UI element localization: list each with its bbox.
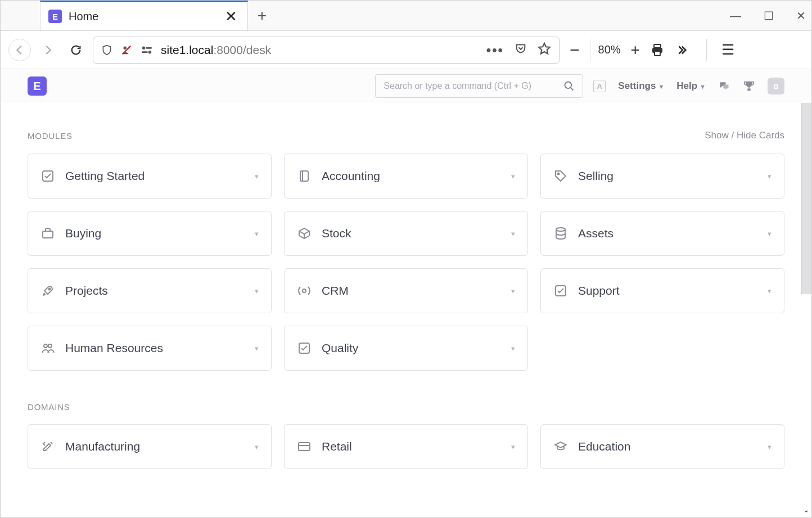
svg-point-8 <box>565 82 572 89</box>
module-card-human-resources[interactable]: Human Resources▾ <box>28 326 272 371</box>
scrollbar[interactable] <box>801 103 811 294</box>
chevron-down-icon[interactable]: ▾ <box>511 443 515 451</box>
app-logo[interactable]: E <box>28 76 47 96</box>
module-card-crm[interactable]: CRM▾ <box>284 268 528 313</box>
check-square-icon <box>40 169 55 183</box>
settings-toggle-icon[interactable] <box>141 45 153 55</box>
domain-card-retail[interactable]: Retail▾ <box>284 424 528 469</box>
minimize-icon[interactable]: — <box>730 10 741 22</box>
overflow-icon[interactable] <box>675 44 688 56</box>
domain-card-education[interactable]: Education▾ <box>540 424 784 469</box>
chevron-down-icon[interactable]: ▾ <box>511 172 515 181</box>
svg-point-16 <box>49 289 51 290</box>
forward-button[interactable] <box>37 39 59 61</box>
search-icon[interactable] <box>563 80 575 92</box>
svg-point-19 <box>44 344 47 348</box>
back-button[interactable] <box>8 39 31 61</box>
star-icon[interactable] <box>538 42 551 58</box>
search-input[interactable] <box>384 81 559 91</box>
app-header: E A Settings▼ Help▼ 0 <box>1 69 811 103</box>
module-card-selling[interactable]: Selling▾ <box>540 154 784 199</box>
chevron-down-icon[interactable]: ▾ <box>768 172 772 181</box>
svg-point-13 <box>558 173 560 175</box>
maximize-icon[interactable]: ☐ <box>764 9 774 22</box>
card-label: Manufacturing <box>65 440 140 453</box>
chevron-down-icon[interactable]: ▾ <box>511 229 515 238</box>
tab-title: Home <box>69 10 98 23</box>
svg-rect-5 <box>654 44 661 48</box>
card-label: Buying <box>65 227 101 240</box>
browser-tab-home[interactable]: E Home ✕ <box>40 1 248 30</box>
chevron-down-icon[interactable]: ▾ <box>768 229 772 238</box>
check-square-icon <box>553 284 568 298</box>
svg-point-17 <box>303 289 306 292</box>
database-icon <box>553 227 568 240</box>
notification-badge[interactable]: 0 <box>768 78 784 94</box>
chevron-down-icon[interactable]: ▾ <box>255 229 259 238</box>
font-size-icon[interactable]: A <box>593 80 606 92</box>
domains-title: DOMAINS <box>28 402 70 412</box>
svg-point-3 <box>148 50 152 53</box>
trophy-icon[interactable] <box>743 80 755 92</box>
modules-cards-grid: Getting Started▾Accounting▾Selling▾Buyin… <box>28 154 784 371</box>
modules-title: MODULES <box>28 131 73 141</box>
domains-section-header: DOMAINS <box>28 402 784 412</box>
chevron-down-icon[interactable]: ▾ <box>255 344 259 353</box>
chevron-down-icon[interactable]: ▾ <box>511 287 515 295</box>
module-card-quality[interactable]: Quality▾ <box>284 326 528 371</box>
svg-point-1 <box>142 46 146 49</box>
card-label: CRM <box>322 284 349 298</box>
module-card-stock[interactable]: Stock▾ <box>284 211 528 256</box>
briefcase-icon <box>40 227 55 240</box>
shield-icon[interactable] <box>101 44 112 56</box>
svg-rect-14 <box>43 231 53 238</box>
tag-icon <box>553 169 568 183</box>
more-icon[interactable]: ••• <box>486 42 504 58</box>
module-card-projects[interactable]: Projects▾ <box>28 268 272 313</box>
chevron-down-icon[interactable]: ▾ <box>255 172 259 181</box>
module-card-accounting[interactable]: Accounting▾ <box>284 154 528 199</box>
chevron-down-icon[interactable]: ▾ <box>768 287 772 295</box>
close-window-icon[interactable]: ✕ <box>796 9 806 22</box>
close-icon[interactable]: ✕ <box>225 9 237 24</box>
module-card-getting-started[interactable]: Getting Started▾ <box>28 154 272 199</box>
check-square-icon <box>297 341 312 355</box>
tools-icon <box>40 440 55 453</box>
chevron-down-icon[interactable]: ▾ <box>511 344 515 353</box>
hamburger-icon[interactable]: ☰ <box>706 39 734 61</box>
svg-point-15 <box>556 228 565 231</box>
chevron-down-icon[interactable]: ▾ <box>255 287 259 295</box>
address-bar[interactable]: site1.local:8000/desk ••• <box>93 37 560 64</box>
module-card-support[interactable]: Support▾ <box>540 268 784 313</box>
svg-rect-12 <box>300 171 308 181</box>
zoom-level: 80% <box>598 43 621 56</box>
settings-menu[interactable]: Settings▼ <box>618 80 664 92</box>
card-label: Accounting <box>322 169 380 183</box>
rocket-icon <box>40 284 55 298</box>
chevron-down-icon[interactable]: ▾ <box>255 443 259 451</box>
people-icon <box>40 341 55 355</box>
reload-button[interactable] <box>65 39 87 61</box>
main-content: MODULES Show / Hide Cards Getting Starte… <box>1 103 811 469</box>
card-label: Selling <box>578 169 613 183</box>
card-label: Projects <box>65 284 108 298</box>
search-field[interactable] <box>375 74 583 98</box>
module-card-assets[interactable]: Assets▾ <box>540 211 784 256</box>
chat-icon[interactable] <box>718 80 730 92</box>
print-icon[interactable] <box>650 43 665 57</box>
svg-rect-4 <box>142 51 148 53</box>
permission-icon[interactable] <box>120 44 133 56</box>
box-icon <box>297 227 312 240</box>
module-card-buying[interactable]: Buying▾ <box>28 211 272 256</box>
browser-tab-strip: E Home ✕ + — ☐ ✕ <box>1 1 811 31</box>
help-menu[interactable]: Help▼ <box>676 80 706 92</box>
domain-card-manufacturing[interactable]: Manufacturing▾ <box>28 424 272 469</box>
scroll-down-caret[interactable]: ⌄ <box>803 505 810 514</box>
modules-section-header: MODULES Show / Hide Cards <box>28 130 784 141</box>
show-hide-cards-link[interactable]: Show / Hide Cards <box>705 130 784 141</box>
new-tab-button[interactable]: + <box>248 1 276 30</box>
card-label: Support <box>578 284 620 298</box>
chevron-down-icon[interactable]: ▾ <box>768 443 772 451</box>
pocket-icon[interactable] <box>514 42 527 58</box>
url-text: site1.local:8000/desk <box>161 43 271 57</box>
